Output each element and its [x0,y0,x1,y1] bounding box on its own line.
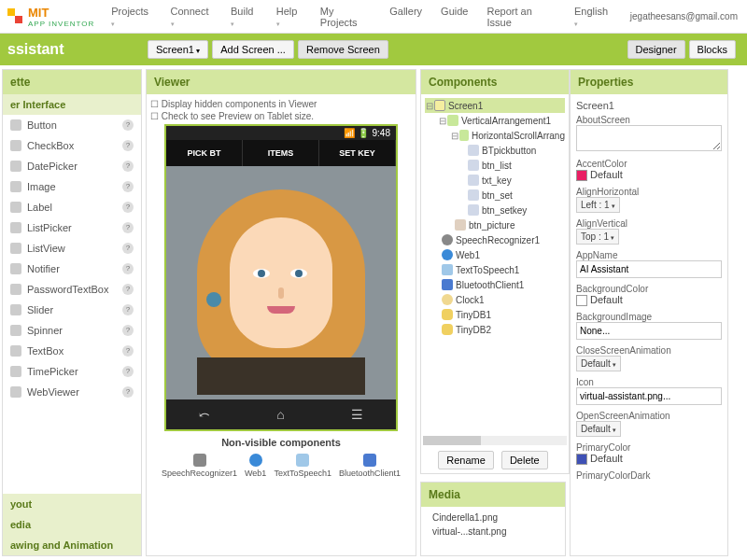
phone-btn-setkey[interactable]: SET KEY [319,140,396,166]
palette-item-notifier[interactable]: Notifier? [3,259,141,279]
prop-appname-input[interactable] [576,260,722,278]
tree-db2[interactable]: TinyDB2 [425,322,565,337]
delete-button[interactable]: Delete [501,451,548,469]
nav-english[interactable]: English [565,2,621,32]
tree-web[interactable]: Web1 [425,247,565,262]
nvc-speech[interactable]: SpeechRecognizer1 [162,454,237,478]
nav-my-projects[interactable]: My Projects [311,2,380,32]
palette-item-label[interactable]: Label? [3,197,141,217]
tree-btnlist[interactable]: btn_list [425,158,565,173]
media-item[interactable]: virtual-...stant.png [432,525,554,539]
blocks-button[interactable]: Blocks [689,40,736,59]
tree-screen1[interactable]: ⊟Screen1 [425,98,565,113]
prop-icon-input[interactable] [576,387,722,405]
palette-section-ui[interactable]: er Interface [3,94,141,115]
palette-item-image[interactable]: Image? [3,176,141,197]
palette-item-spinner[interactable]: Spinner? [3,320,141,341]
prop-alignv-select[interactable]: Top : 1 [576,229,619,245]
help-icon[interactable]: ? [122,325,134,336]
nvc-web[interactable]: Web1 [245,454,266,478]
tree-bt[interactable]: BluetoothClient1 [425,277,565,292]
prop-icon-label: Icon [576,377,722,387]
prop-accent-value[interactable]: Default [576,169,722,181]
help-icon[interactable]: ? [122,304,134,315]
help-icon[interactable]: ? [122,386,134,398]
palette-item-slider[interactable]: Slider? [3,300,141,320]
prop-openanim-select[interactable]: Default [576,421,621,437]
help-icon[interactable]: ? [122,345,134,357]
nav-report-issue[interactable]: Report an Issue [477,2,565,32]
chk-tablet[interactable]: ☐ Check to see Preview on Tablet size. [150,110,412,122]
nav-guide[interactable]: Guide [431,2,477,32]
help-icon[interactable]: ? [122,140,134,151]
collapse-icon[interactable]: ⊟ [451,131,459,141]
palette-item-timepicker[interactable]: TimePicker? [3,361,141,382]
nav-build[interactable]: Build [221,2,267,32]
tree-btnsetkey[interactable]: btn_setkey [425,203,565,217]
nav-projects[interactable]: Projects [102,2,161,32]
tree-tts[interactable]: TextToSpeech1 [425,262,565,277]
palette-item-password[interactable]: PasswordTextBox? [3,279,141,300]
scrollbar-horizontal[interactable] [423,436,567,445]
palette-header: ette [3,70,141,94]
prop-alignh-select[interactable]: Left : 1 [576,197,620,213]
help-icon[interactable]: ? [122,161,134,172]
tree-horz[interactable]: ⊟HorizontalScrollArrang [425,128,565,143]
help-icon[interactable]: ? [122,202,134,213]
nvc-tts[interactable]: TextToSpeech1 [274,454,331,478]
palette-item-checkbox[interactable]: CheckBox? [3,135,141,156]
palette-item-datepicker[interactable]: DatePicker? [3,156,141,176]
nav-connect[interactable]: Connect [162,2,221,32]
help-icon[interactable]: ? [122,222,134,233]
palette-item-webviewer[interactable]: WebViewer? [3,382,141,402]
palette-section-layout[interactable]: yout [3,494,141,514]
rename-button[interactable]: Rename [438,451,494,469]
help-icon[interactable]: ? [122,181,134,192]
remove-screen-button[interactable]: Remove Screen [298,40,388,59]
nvc-bt[interactable]: BluetoothClient1 [339,454,401,478]
collapse-icon[interactable]: ⊟ [425,101,434,111]
collapse-icon[interactable]: ⊟ [438,116,447,126]
designer-button[interactable]: Designer [627,40,685,59]
prop-accent-label: AccentColor [576,159,722,169]
help-icon[interactable]: ? [122,119,134,131]
palette-item-textbox[interactable]: TextBox? [3,341,141,361]
palette-item-listview[interactable]: ListView? [3,238,141,259]
prop-bgimg-input[interactable] [576,322,722,340]
nav-gallery[interactable]: Gallery [380,2,431,32]
tree-clock[interactable]: Clock1 [425,292,565,307]
home-icon[interactable]: ⌂ [276,407,284,422]
help-icon[interactable]: ? [122,366,134,377]
help-icon[interactable]: ? [122,243,134,254]
media-item[interactable]: Cinderella1.png [432,511,554,525]
help-icon[interactable]: ? [122,284,134,295]
prop-closeanim-select[interactable]: Default [576,356,621,371]
palette-section-media[interactable]: edia [3,514,141,535]
phone-screen-image[interactable] [166,166,396,399]
prop-bgcolor-value[interactable]: Default [576,294,722,306]
tree-vert[interactable]: ⊟VerticalArrangement1 [425,113,565,128]
nav-help[interactable]: Help [267,2,311,32]
screen-selector[interactable]: Screen1 [148,40,208,59]
prop-about-input[interactable] [576,125,722,151]
palette-section-drawing[interactable]: awing and Animation [3,535,141,555]
logo[interactable]: MITAPP INVENTOR [0,6,102,28]
user-email[interactable]: jegatheesans@gmail.com [621,11,747,21]
tree-speech[interactable]: SpeechRecognizer1 [425,232,565,247]
chk-hidden[interactable]: ☐ Display hidden components in Viewer [150,98,412,110]
tree-txtkey[interactable]: txt_key [425,173,565,188]
prop-primary-value[interactable]: Default [576,453,722,465]
phone-btn-pickbt[interactable]: PICK BT [166,140,243,166]
recent-icon[interactable]: ☰ [351,407,363,422]
tree-btnpic[interactable]: btn_picture [425,217,565,232]
tree-btnset[interactable]: btn_set [425,188,565,203]
phone-time: 9:48 [373,128,390,138]
back-icon[interactable]: ⤺ [199,407,210,422]
palette-item-button[interactable]: Button? [3,115,141,135]
phone-btn-items[interactable]: ITEMS [243,140,319,166]
tree-db1[interactable]: TinyDB1 [425,307,565,322]
add-screen-button[interactable]: Add Screen ... [212,40,294,59]
palette-item-listpicker[interactable]: ListPicker? [3,217,141,238]
help-icon[interactable]: ? [122,263,134,274]
tree-btpick[interactable]: BTpickbutton [425,143,565,158]
